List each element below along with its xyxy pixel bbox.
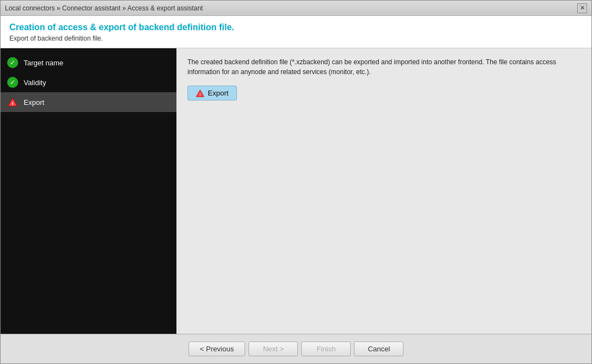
success-icon-validity: ✓ [7, 77, 18, 88]
sidebar-item-export[interactable]: ! Export [1, 92, 176, 112]
sidebar-item-target-name[interactable]: ✓ Target name [1, 53, 176, 72]
page-subtitle: Export of backend definition file. [9, 35, 583, 42]
title-bar-text: Local connectors » Connector assistant »… [5, 4, 203, 12]
next-button[interactable]: Next > [248, 341, 298, 356]
sidebar-item-validity[interactable]: ✓ Validity [1, 72, 176, 92]
svg-text:!: ! [12, 101, 14, 107]
success-icon-target: ✓ [7, 57, 18, 68]
description-text: The created backend definition file (*.x… [187, 57, 580, 77]
export-warning-icon: ! [196, 89, 204, 97]
sidebar-label-target-name: Target name [24, 59, 63, 67]
main-window: Local connectors » Connector assistant »… [0, 0, 592, 364]
finish-button[interactable]: Finish [301, 341, 351, 356]
previous-button[interactable]: < Previous [189, 341, 246, 356]
sidebar: ✓ Target name ✓ Validity ! Export [1, 48, 176, 334]
main-content: ✓ Target name ✓ Validity ! Export The cr… [1, 48, 591, 334]
close-button[interactable]: ✕ [577, 3, 587, 13]
export-button[interactable]: ! Export [187, 86, 237, 100]
title-bar: Local connectors » Connector assistant »… [1, 1, 591, 16]
page-title: Creation of access & export of backend d… [9, 23, 583, 32]
header-section: Creation of access & export of backend d… [1, 16, 591, 48]
export-button-label: Export [208, 89, 229, 97]
svg-text:!: ! [200, 92, 201, 97]
right-panel: The created backend definition file (*.x… [176, 48, 591, 334]
sidebar-label-export: Export [24, 98, 45, 107]
footer: < Previous Next > Finish Cancel [1, 334, 591, 363]
warning-icon-export: ! [7, 97, 18, 108]
cancel-button[interactable]: Cancel [354, 341, 403, 356]
sidebar-label-validity: Validity [24, 79, 46, 87]
